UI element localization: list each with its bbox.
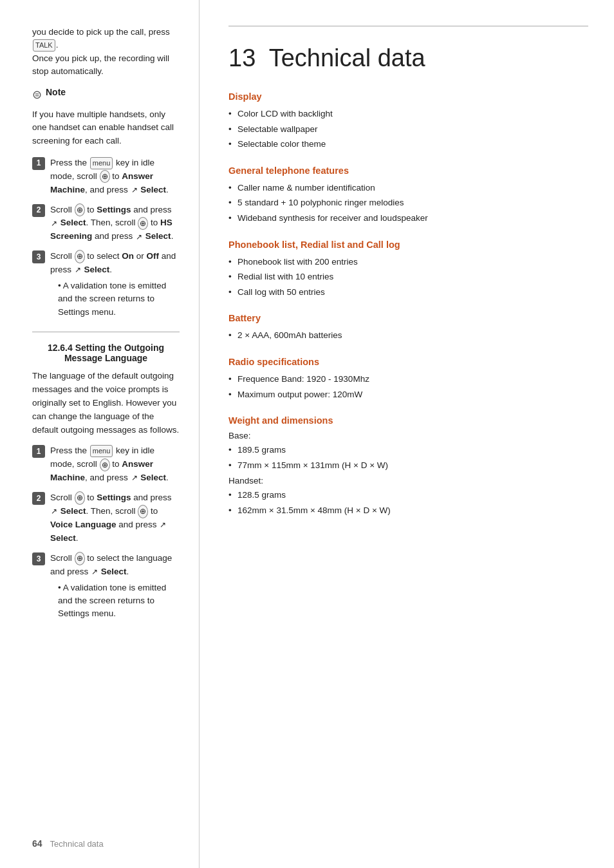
select-icon-2: ↗ [51, 218, 57, 230]
general-bullet-1: 5 standard + 10 polyphonic ringer melodi… [228, 196, 588, 210]
step-s2-1-text: Press the menu key in idle mode, scroll … [50, 444, 180, 485]
battery-bullets: 2 × AAA, 600mAh batteries [228, 328, 588, 343]
base-bullet-0: 189.5 grams [228, 443, 588, 457]
step-3-num: 3 [32, 250, 45, 263]
phonebook-bullet-2: Call log with 50 entries [228, 285, 588, 299]
chapter-title: 13 Technical data [228, 44, 588, 72]
display-bullets: Color LCD with backlight Selectable wall… [228, 107, 588, 151]
handset-bullet-0: 128.5 grams [228, 488, 588, 502]
tech-section-radio: Radio specifications Frequence Band: 192… [228, 357, 588, 401]
step-s2-3-item: 3 Scroll ⊕ to select the language and pr… [32, 552, 180, 621]
handset-bullet-1: 162mm × 31.5mm × 48mm (H × D × W) [228, 504, 588, 518]
display-bullet-2: Selectable color theme [228, 137, 588, 151]
phonebook-bullet-0: Phonebook list with 200 entries [228, 255, 588, 269]
scroll-icon-2: ⊕ [75, 203, 85, 217]
display-bullet-1: Selectable wallpaper [228, 122, 588, 137]
battery-section-title: Battery [228, 313, 588, 323]
step-s2-1-num: 1 [32, 445, 45, 458]
scroll-icon-2b: ⊕ [138, 217, 148, 231]
select-icon-2b: ↗ [136, 231, 142, 243]
display-section-title: Display [228, 91, 588, 102]
talk-key-icon: TALK [33, 39, 55, 52]
menu-key-icon: menu [90, 157, 113, 169]
intro-line1: you decide to pick up the call, press [32, 27, 170, 37]
tech-section-general: General telephone features Caller name &… [228, 165, 588, 225]
scroll-icon-s2-2b: ⊕ [138, 505, 148, 518]
select-icon-3: ↗ [75, 264, 81, 276]
step-3-text: Scroll ⊕ to select On or Off and press ↗… [50, 250, 180, 319]
steps-section1: 1 Press the menu key in idle mode, scrol… [32, 156, 180, 319]
step-1-item: 1 Press the menu key in idle mode, scrol… [32, 156, 180, 197]
step-2-text: Scroll ⊕ to Settings and press ↗ Select.… [50, 203, 180, 244]
handset-subhead: Handset: [228, 476, 588, 486]
step-3-item: 3 Scroll ⊕ to select On or Off and press… [32, 250, 180, 319]
left-column: you decide to pick up the call, press TA… [0, 0, 200, 868]
step-s2-2-text: Scroll ⊕ to Settings and press ↗ Select.… [50, 491, 180, 545]
scroll-icon-3: ⊕ [75, 250, 85, 263]
step-s2-1-item: 1 Press the menu key in idle mode, scrol… [32, 444, 180, 485]
note-text: If you have multiple handsets, only one … [32, 108, 180, 147]
section2-title-line1: 12.6.4 Setting the Outgoing [48, 343, 164, 353]
chapter-num: 13 [228, 44, 256, 71]
scroll-icon-s2-3: ⊕ [75, 552, 85, 565]
section2-title-line2: Message Language [64, 353, 147, 363]
step-s2-3-sub: A validation tone is emitted and the scr… [58, 581, 180, 621]
step-s2-2-item: 2 Scroll ⊕ to Settings and press ↗ Selec… [32, 491, 180, 545]
tech-section-battery: Battery 2 × AAA, 600mAh batteries [228, 313, 588, 343]
weight-section-title: Weight and dimensions [228, 415, 588, 426]
general-bullet-2: Wideband synthesis for receiver and loud… [228, 211, 588, 225]
section2-body: The language of the default outgoing mes… [32, 370, 180, 437]
sub-bullet-1: A validation tone is emitted and the scr… [58, 279, 180, 319]
select-icon-s2-2b: ↗ [160, 519, 166, 531]
step-s2-3-text: Scroll ⊕ to select the language and pres… [50, 552, 180, 621]
chapter-title-text: Technical data [269, 44, 425, 71]
phonebook-section-title: Phonebook list, Redial list and Call log [228, 240, 588, 250]
intro-line2: Once you pick up, the recording will sto… [32, 53, 169, 76]
base-subhead: Base: [228, 431, 588, 440]
step-2-num: 2 [32, 204, 45, 217]
note-label: Note [46, 87, 66, 97]
section-divider-1 [32, 332, 180, 332]
phonebook-bullet-1: Redial list with 10 entries [228, 270, 588, 284]
general-section-title: General telephone features [228, 165, 588, 176]
right-top-divider [228, 26, 588, 26]
radio-bullet-0: Frequence Band: 1920 - 1930Mhz [228, 372, 588, 386]
general-bullets: Caller name & number identification 5 st… [228, 181, 588, 225]
radio-bullets: Frequence Band: 1920 - 1930Mhz Maximum o… [228, 372, 588, 401]
step-2-item: 2 Scroll ⊕ to Settings and press ↗ Selec… [32, 203, 180, 244]
tech-section-display: Display Color LCD with backlight Selecta… [228, 91, 588, 151]
menu-key-icon-2: menu [90, 445, 113, 457]
tech-section-weight: Weight and dimensions Base: 189.5 grams … [228, 415, 588, 517]
note-box: ⊜ Note [32, 87, 180, 102]
page-footer: 64 Technical data [32, 838, 614, 849]
tech-section-phonebook: Phonebook list, Redial list and Call log… [228, 240, 588, 299]
right-column: 13 Technical data Display Color LCD with… [200, 0, 614, 868]
step-1-num: 1 [32, 157, 45, 170]
step-s2-2-num: 2 [32, 492, 45, 505]
radio-section-title: Radio specifications [228, 357, 588, 367]
select-icon-s2-2: ↗ [51, 505, 57, 518]
base-bullet-1: 77mm × 115mm × 131mm (H × D × W) [228, 458, 588, 473]
footer-label: Technical data [50, 839, 104, 849]
phonebook-bullets: Phonebook list with 200 entries Redial l… [228, 255, 588, 299]
step-1-text: Press the menu key in idle mode, scroll … [50, 156, 180, 197]
select-icon-s2-3: ↗ [91, 566, 98, 578]
base-bullets: 189.5 grams 77mm × 115mm × 131mm (H × D … [228, 443, 588, 472]
intro-paragraph: you decide to pick up the call, press TA… [32, 26, 180, 78]
scroll-icon-s2-1: ⊕ [100, 458, 110, 472]
radio-bullet-1: Maximum output power: 120mW [228, 388, 588, 402]
sub-bullet-2: A validation tone is emitted and the scr… [58, 581, 180, 621]
battery-bullet-0: 2 × AAA, 600mAh batteries [228, 328, 588, 343]
general-bullet-0: Caller name & number identification [228, 181, 588, 195]
display-bullet-0: Color LCD with backlight [228, 107, 588, 121]
step-s2-3-num: 3 [32, 552, 45, 565]
section2-title: 12.6.4 Setting the Outgoing Message Lang… [32, 343, 180, 363]
steps-section2: 1 Press the menu key in idle mode, scrol… [32, 444, 180, 620]
select-icon-1: ↗ [131, 184, 138, 196]
handset-bullets: 128.5 grams 162mm × 31.5mm × 48mm (H × D… [228, 488, 588, 517]
step-3-sub: A validation tone is emitted and the scr… [58, 279, 180, 319]
scroll-icon-s2-2: ⊕ [75, 491, 85, 505]
page-number: 64 [32, 838, 42, 849]
select-icon-s2-1: ↗ [131, 472, 138, 484]
note-icon: ⊜ [32, 88, 42, 102]
